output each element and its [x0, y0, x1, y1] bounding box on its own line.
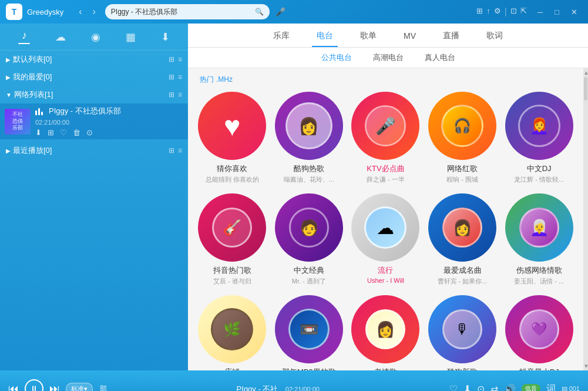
section-label: 默认列表[0] [13, 54, 169, 65]
download-btn[interactable]: ⬇ [463, 383, 471, 392]
station-sub: 姜玉阳、汤情 - ... [514, 277, 564, 286]
add-icon[interactable]: ⊞ [169, 73, 174, 81]
track-more-btn[interactable]: ⊙ [86, 128, 93, 137]
station-avatar: 🧑 [289, 208, 329, 248]
station-cool-dog-new[interactable]: 🎙 酷狗新歌 星野 - 未完成恋人 [428, 295, 498, 370]
station-circle: 📼 [275, 295, 343, 363]
tab-lyrics[interactable]: 歌词 [482, 28, 508, 47]
add-icon[interactable]: ⊞ [169, 55, 174, 64]
sub-tab-real-person[interactable]: 真人电台 [420, 51, 460, 64]
next-button[interactable]: ⏭ [49, 383, 60, 392]
forward-button[interactable]: › [89, 5, 99, 18]
station-avatar: ☁ [364, 206, 406, 249]
playlist-count[interactable]: ▤ 001 [562, 385, 580, 392]
menu-icon[interactable]: ≡ [178, 73, 182, 81]
share-icon[interactable]: ↑ [486, 6, 490, 17]
search-input[interactable] [111, 8, 253, 16]
back-button[interactable]: ‹ [75, 5, 85, 18]
sidebar-radio-btn[interactable]: ◉ [86, 28, 105, 46]
tab-live[interactable]: 直播 [438, 28, 464, 47]
station-chinese-classic[interactable]: 🧑 中文经典 Mr. - 遇到了 [274, 193, 344, 286]
tab-radio[interactable]: 电台 [312, 28, 338, 47]
station-circle: 🎤 [351, 92, 419, 160]
tab-music-library[interactable]: 乐库 [268, 28, 294, 47]
prev-button[interactable]: ⏮ [8, 383, 19, 392]
section-label: 网络列表[1] [14, 89, 169, 100]
pause-button[interactable]: ⏸ [25, 379, 43, 391]
track-item[interactable]: 不社恐俱乐部 PIggy - 不社恐俱乐部 02:21/00:00 ⬇ ⊞ [0, 103, 188, 139]
station-sub: Usher - I Will [367, 277, 404, 284]
sidebar-local-btn[interactable]: ▦ [121, 28, 140, 46]
station-avatar: 🎙 [442, 309, 482, 349]
sidebar-download-btn[interactable]: ⬇ [156, 28, 174, 46]
track-heart-btn[interactable]: ♡ [60, 128, 67, 137]
scrollbar-thumb[interactable] [584, 77, 587, 101]
station-douyin-dj[interactable]: 💜 抖音最火DJ Joysaaaa - 你不... [504, 295, 574, 370]
settings-icon[interactable]: ⚙ [494, 6, 501, 17]
lyrics-btn[interactable]: 词 [546, 383, 556, 392]
station-favorite-hits[interactable]: 👩 最爱成名曲 曹轩宾 - 如果你... [428, 193, 498, 286]
station-ktv-hits[interactable]: 🎤 KTV必点曲 薛之谦 - 一半 [351, 92, 421, 184]
station-avatar: 👩‍🦳 [519, 208, 559, 248]
station-circle: 🧑 [275, 193, 343, 262]
add-icon[interactable]: ⊞ [169, 146, 174, 155]
player-right-controls: ♡ ⬇ ⊙ ⇄ 🔊 低音 词 ▤ 001 [449, 383, 580, 392]
station-image: 👩‍🦳 [505, 193, 573, 262]
station-old-mp3[interactable]: 📼 那年MP3里的歌 庞龙 - 杯水情歌 [274, 295, 344, 370]
sidebar-section-network[interactable]: ▼ 网络列表[1] ⊞ ≡ [0, 86, 188, 103]
cloud-icon: ☁ [55, 31, 66, 44]
volume-btn[interactable]: 🔊 [504, 383, 516, 392]
station-old-love-songs[interactable]: 👩 老情歌 谢东 - 笑脸 [351, 295, 421, 370]
volume-mode-badge[interactable]: 低音 [522, 384, 540, 391]
maximize-button[interactable]: □ [550, 6, 564, 18]
sidebar-cloud-btn[interactable]: ☁ [51, 28, 70, 46]
shrink-icon[interactable]: ⇱ [520, 6, 527, 17]
sidebar-music-btn[interactable]: ♪ [14, 27, 35, 46]
station-cool-dog-hot[interactable]: 👩 酷狗热歌 嗡酱油、花玲、... [274, 92, 344, 184]
scroll-up-btn[interactable]: ▲ [583, 69, 588, 76]
download-icon: ⬇ [161, 31, 170, 44]
favorite-btn[interactable]: ♡ [449, 383, 458, 392]
scroll-down-btn[interactable]: ▼ [583, 363, 588, 369]
tab-mv[interactable]: MV [399, 29, 421, 46]
station-popular[interactable]: ☁ 流行 Usher - I Will [351, 193, 421, 286]
menu-icon[interactable]: ≡ [178, 91, 182, 99]
section-actions: ⊞ ≡ [169, 73, 182, 81]
station-guess-you-like[interactable]: ♥ 猜你喜欢 总能猜到 你喜欢的 [197, 92, 267, 184]
search-bar[interactable]: 🔍 [105, 4, 270, 19]
mic-icon[interactable]: 🎤 [275, 7, 285, 16]
sub-tab-high-energy[interactable]: 高潮电台 [368, 51, 408, 64]
sidebar-section-recent[interactable]: ▶ 最近播放[0] ⊞ ≡ [0, 142, 188, 159]
sidebar-section-favorites[interactable]: ▶ 我的最爱[0] ⊞ ≡ [0, 68, 188, 86]
grid-icon[interactable]: ⊞ [476, 6, 483, 17]
station-sub: 程响 - 围城 [446, 175, 478, 184]
station-image: 🌿 [198, 295, 266, 363]
shuffle-btn[interactable]: ⇄ [490, 383, 498, 392]
station-circle: 💜 [505, 295, 573, 363]
arrow-icon: ▶ [6, 74, 11, 81]
station-sad-songs[interactable]: 👩‍🦳 伤感网络情歌 姜玉阳、汤情 - ... [504, 193, 574, 286]
sub-tab-public[interactable]: 公共电台 [317, 51, 357, 64]
minimize-button[interactable]: ─ [533, 6, 547, 18]
quality-selector[interactable]: 标准▾ [66, 383, 93, 392]
close-button[interactable]: ✕ [566, 6, 582, 18]
tab-playlist[interactable]: 歌单 [355, 28, 381, 47]
sidebar-section-default[interactable]: ▶ 默认列表[0] ⊞ ≡ [0, 51, 188, 68]
station-chinese-dj[interactable]: 👩‍🦰 中文DJ 龙江辉 - 情歌轻... [504, 92, 574, 184]
scrollbar[interactable]: ▲ ▼ [583, 68, 588, 370]
main-area: ♪ ☁ ◉ ▦ ⬇ ▶ 默认列表[0] ⊞ ≡ ▶ [0, 24, 588, 370]
menu-icon[interactable]: ≡ [178, 55, 182, 64]
track-add-btn[interactable]: ⊞ [48, 128, 54, 137]
station-shop[interactable]: 🌿 店铺 戴荃 - 悟空 [197, 295, 267, 370]
station-circle: 👩 [428, 193, 496, 262]
station-network-red[interactable]: 🎧 网络红歌 程响 - 围城 [428, 92, 498, 184]
app-name: Greedysky [27, 8, 63, 16]
station-douyin-hot[interactable]: 🎸 抖音热门歌 艾辰 - 谁与归 [197, 193, 267, 286]
add-icon[interactable]: ⊞ [169, 91, 174, 99]
track-delete-btn[interactable]: 🗑 [73, 128, 80, 137]
more-btn[interactable]: ⊙ [477, 383, 485, 392]
track-download-btn[interactable]: ⬇ [35, 128, 42, 137]
station-avatar: 👩 [442, 208, 482, 248]
skin-icon[interactable]: ⊡ [510, 6, 517, 17]
menu-icon[interactable]: ≡ [178, 146, 182, 155]
